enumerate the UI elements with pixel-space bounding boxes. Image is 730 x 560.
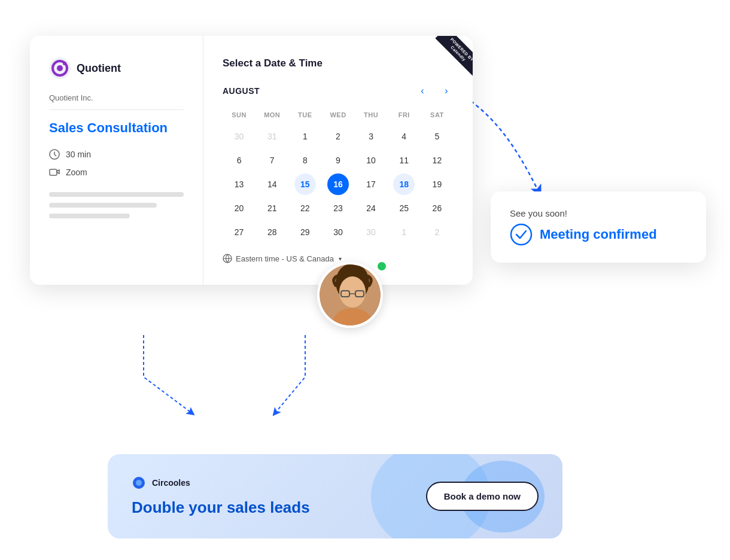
- section-title: Select a Date & Time: [223, 57, 454, 69]
- day-30-prev[interactable]: 30: [229, 126, 250, 147]
- duration-text: 30 min: [66, 150, 91, 159]
- day-16[interactable]: 16: [327, 174, 349, 195]
- day-31-prev[interactable]: 31: [261, 126, 283, 147]
- left-panel: Quotient Quotient Inc. Sales Consultatio…: [30, 36, 203, 285]
- weekday-sun: SUN: [223, 109, 256, 121]
- video-icon: [49, 167, 60, 178]
- duration-meta: 30 min: [49, 149, 184, 160]
- timezone-row: Eastern time - US & Canada ▾: [223, 254, 454, 263]
- day-13[interactable]: 13: [229, 174, 250, 195]
- company-name: Quotient Inc.: [49, 93, 184, 102]
- skeleton-1: [49, 192, 184, 197]
- calendar-weekdays: SUN MON TUE WED THU FRI SAT: [223, 109, 454, 121]
- avatar-container: [317, 262, 383, 328]
- weekday-mon: MON: [256, 109, 288, 121]
- day-14[interactable]: 14: [261, 174, 283, 195]
- day-10[interactable]: 10: [360, 150, 382, 171]
- day-26[interactable]: 26: [426, 197, 448, 219]
- confirmed-text: Meeting confirmed: [540, 227, 657, 242]
- day-12[interactable]: 12: [426, 150, 448, 171]
- weekday-fri: FRI: [388, 109, 421, 121]
- day-2[interactable]: 2: [327, 126, 349, 147]
- divider: [49, 109, 184, 110]
- day-3[interactable]: 3: [360, 126, 382, 147]
- day-6[interactable]: 6: [229, 150, 250, 171]
- svg-point-16: [136, 480, 142, 486]
- svg-point-3: [63, 62, 66, 65]
- day-11[interactable]: 11: [393, 150, 415, 171]
- promo-left: Circooles Double your sales leads: [132, 476, 310, 517]
- timezone-dropdown[interactable]: ▾: [339, 255, 342, 262]
- svg-point-14: [511, 224, 531, 245]
- day-30-next[interactable]: 30: [360, 221, 382, 243]
- day-24[interactable]: 24: [360, 197, 382, 219]
- timezone-text: Eastern time - US & Canada: [236, 254, 334, 263]
- confirmed-row: Meeting confirmed: [510, 223, 687, 246]
- day-15[interactable]: 15: [294, 174, 316, 195]
- day-9[interactable]: 9: [327, 150, 349, 171]
- day-23[interactable]: 23: [327, 197, 349, 219]
- platform-meta: Zoom: [49, 167, 184, 178]
- day-22[interactable]: 22: [294, 197, 316, 219]
- right-panel: Select a Date & Time AUGUST ‹ › SUN MON …: [203, 36, 473, 285]
- month-label: AUGUST: [223, 86, 260, 96]
- skeleton-2: [49, 203, 157, 208]
- calendar-grid: SUN MON TUE WED THU FRI SAT 30 31 1 2 3 …: [223, 109, 454, 243]
- day-1-next[interactable]: 1: [393, 221, 415, 243]
- calendar-days: 30 31 1 2 3 4 5 6 7 8 9 10 11 12 13: [223, 126, 454, 243]
- check-circle-icon: [510, 223, 533, 246]
- day-30[interactable]: 30: [327, 221, 349, 243]
- weekday-thu: THU: [355, 109, 388, 121]
- quotient-logo-icon: [49, 57, 71, 79]
- book-demo-button[interactable]: Book a demo now: [426, 482, 539, 511]
- circooles-icon: [132, 476, 146, 490]
- nav-arrows: ‹ ›: [415, 84, 454, 98]
- svg-point-9: [339, 276, 366, 308]
- svg-point-2: [57, 65, 63, 71]
- status-dot: [376, 260, 388, 272]
- day-21[interactable]: 21: [261, 197, 283, 219]
- weekday-tue: TUE: [288, 109, 321, 121]
- day-8[interactable]: 8: [294, 150, 316, 171]
- day-29[interactable]: 29: [294, 221, 316, 243]
- logo-text: Quotient: [77, 62, 121, 75]
- day-7[interactable]: 7: [261, 150, 283, 171]
- logo-row: Quotient: [49, 57, 184, 79]
- confirmed-card: See you soon! Meeting confirmed: [491, 191, 706, 263]
- avatar-image: [320, 264, 381, 325]
- weekday-sat: SAT: [421, 109, 454, 121]
- booking-card: POWERED BY Calendly Quotient Quotient In…: [30, 36, 473, 285]
- day-2-next[interactable]: 2: [426, 221, 448, 243]
- day-17[interactable]: 17: [360, 174, 382, 195]
- promo-brand-name: Circooles: [152, 478, 190, 488]
- day-28[interactable]: 28: [261, 221, 283, 243]
- platform-text: Zoom: [66, 168, 87, 177]
- day-25[interactable]: 25: [393, 197, 415, 219]
- day-20[interactable]: 20: [229, 197, 250, 219]
- day-19[interactable]: 19: [426, 174, 448, 195]
- weekday-wed: WED: [321, 109, 354, 121]
- svg-rect-5: [50, 169, 57, 175]
- promo-headline: Double your sales leads: [132, 498, 310, 517]
- next-month-button[interactable]: ›: [439, 84, 454, 98]
- globe-icon: [223, 254, 232, 263]
- skeleton-3: [49, 214, 130, 218]
- event-title: Sales Consultation: [49, 120, 184, 137]
- day-18[interactable]: 18: [393, 174, 415, 195]
- day-4[interactable]: 4: [393, 126, 415, 147]
- clock-icon: [49, 149, 60, 160]
- promo-card: Circooles Double your sales leads Book a…: [108, 454, 562, 538]
- day-5[interactable]: 5: [426, 126, 448, 147]
- skeleton-lines: [49, 192, 184, 218]
- promo-brand-row: Circooles: [132, 476, 310, 490]
- calendar-header: AUGUST ‹ ›: [223, 84, 454, 98]
- see-you-text: See you soon!: [510, 208, 687, 218]
- day-1[interactable]: 1: [294, 126, 316, 147]
- day-27[interactable]: 27: [229, 221, 250, 243]
- prev-month-button[interactable]: ‹: [415, 84, 430, 98]
